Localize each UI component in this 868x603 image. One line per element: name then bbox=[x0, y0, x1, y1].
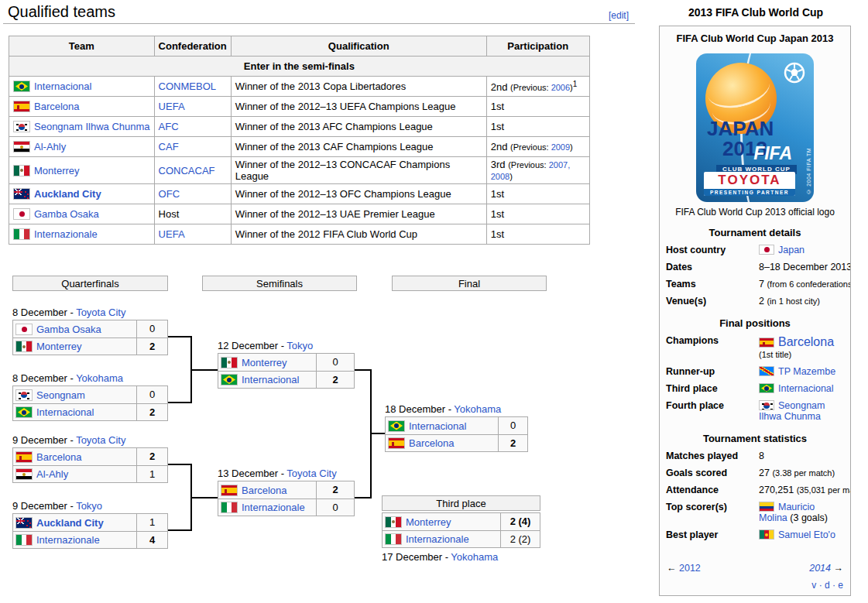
italy-flag-icon bbox=[221, 502, 238, 513]
confederation-link[interactable]: CAF bbox=[159, 141, 179, 152]
section-tournament-details: Tournament details bbox=[665, 227, 845, 238]
goals-note: (3.38 per match) bbox=[772, 468, 835, 478]
previous-year-link[interactable]: 2009 bbox=[551, 142, 570, 152]
team-link[interactable]: Internacional bbox=[242, 372, 299, 388]
champions-link[interactable]: Barcelona bbox=[778, 335, 834, 348]
score: 2 bbox=[499, 435, 527, 451]
venue-link[interactable]: Tokyo bbox=[286, 340, 313, 351]
egypt-flag-icon bbox=[13, 141, 30, 152]
table-row: Barcelona UEFA Winner of the 2012–13 UEF… bbox=[9, 97, 590, 117]
bracket-match-sf1: 12 December - Tokyo Monterrey0 Internaci… bbox=[218, 340, 355, 389]
venue-link[interactable]: Tokyo bbox=[76, 500, 102, 512]
article-page: Qualified teams [edit] Team Confederatio… bbox=[0, 0, 868, 603]
presenting-partner-text: PRESENTING PARTNER bbox=[704, 189, 795, 196]
infobox-row-matches: Matches played 8 bbox=[666, 451, 844, 461]
bracket-connector bbox=[355, 369, 372, 371]
confederation-link[interactable]: UEFA bbox=[159, 228, 185, 240]
team-link[interactable]: Internacional bbox=[409, 418, 466, 434]
venue-link[interactable]: Yokohama bbox=[454, 403, 501, 415]
qualification-text: Winner of the 2012–13 OFC Champions Leag… bbox=[231, 184, 486, 204]
left-arrow-icon: ← bbox=[667, 563, 677, 574]
soccer-ball-icon bbox=[783, 61, 806, 84]
team-link[interactable]: Auckland City bbox=[34, 188, 101, 200]
table-row: Internazionale UEFA Winner of the 2012 F… bbox=[9, 224, 590, 245]
team-link[interactable]: Barcelona bbox=[409, 435, 455, 451]
match-team-row: Monterrey2 bbox=[13, 337, 167, 355]
table-row: Seongnam Ilhwa Chunma AFC Winner of the … bbox=[9, 117, 590, 137]
match-date-text: 8 December - bbox=[12, 307, 76, 318]
venue-link[interactable]: Toyota City bbox=[76, 307, 125, 318]
table-row: Monterrey CONCACAF Winner of the 2012–13… bbox=[9, 157, 590, 184]
team-link[interactable]: Internacional bbox=[34, 81, 91, 92]
infobox-row-bestplayer: Best player Samuel Eto'o bbox=[666, 529, 844, 540]
row-label: Host country bbox=[666, 245, 759, 255]
venue-link[interactable]: Toyota City bbox=[286, 468, 336, 479]
infobox-row-teams: Teams 7 (from 6 confederations) bbox=[666, 279, 844, 290]
score: 2 bbox=[137, 448, 167, 465]
brazil-flag-icon bbox=[15, 406, 33, 418]
thirdplace-link[interactable]: Internacional bbox=[778, 383, 834, 394]
qualified-teams-table: Team Confederation Qualification Partici… bbox=[9, 36, 590, 245]
team-link[interactable]: Gamba Osaka bbox=[36, 321, 101, 337]
team-link[interactable]: Internazionale bbox=[406, 531, 469, 547]
match-team-row: Internazionale2 (2) bbox=[383, 530, 540, 547]
infobox-subtitle: FIFA Club World Cup Japan 2013 bbox=[665, 33, 845, 44]
team-link[interactable]: Seongnam Ilhwa Chunma bbox=[34, 121, 150, 132]
row-label: Goals scored bbox=[666, 468, 759, 478]
match-date: 8 December - Yokohama bbox=[12, 372, 168, 385]
participation-cell: 1st bbox=[486, 117, 589, 137]
confederation-link[interactable]: OFC bbox=[159, 188, 180, 200]
confederation-link[interactable]: UEFA bbox=[159, 101, 185, 112]
infobox: FIFA Club World Cup Japan 2013 JAPAN 201… bbox=[659, 26, 851, 596]
qualification-text: Winner of the 2013 CAF Champions League bbox=[231, 137, 486, 157]
qualification-text: Winner of the 2012–13 UAE Premier League bbox=[231, 204, 486, 224]
spain-flag-icon bbox=[759, 337, 774, 348]
team-link[interactable]: Internacional bbox=[36, 404, 94, 420]
team-link[interactable]: Monterrey bbox=[36, 338, 82, 355]
egypt-flag-icon bbox=[15, 468, 33, 480]
team-link[interactable]: Monterrey bbox=[406, 514, 451, 530]
rank: 1st bbox=[491, 208, 504, 220]
next-edition-link[interactable]: 2014 bbox=[809, 563, 831, 574]
rank: 3rd bbox=[491, 159, 506, 170]
round-header-semifinals: Semifinals bbox=[202, 276, 357, 291]
previous-edition-link[interactable]: 2012 bbox=[679, 563, 701, 574]
vde-links[interactable]: v · d · e bbox=[811, 580, 843, 591]
confederation-link[interactable]: CONCACAF bbox=[159, 165, 215, 176]
goals-count: 27 bbox=[759, 468, 772, 478]
team-link[interactable]: Seongnam bbox=[36, 387, 85, 403]
confederation-link[interactable]: AFC bbox=[159, 121, 179, 132]
match-date: 8 December - Toyota City bbox=[12, 307, 168, 319]
team-link[interactable]: Monterrey bbox=[242, 355, 287, 371]
host-country-link[interactable]: Japan bbox=[778, 245, 805, 255]
team-link[interactable]: Barcelona bbox=[34, 101, 80, 112]
team-link[interactable]: Al-Ahly bbox=[36, 466, 68, 482]
venue-link[interactable]: Yokohama bbox=[76, 372, 123, 384]
team-link[interactable]: Internazionale bbox=[34, 228, 98, 240]
venue-link[interactable]: Yokohama bbox=[451, 551, 498, 563]
venue-link[interactable]: Toyota City bbox=[76, 434, 125, 446]
team-link[interactable]: Internazionale bbox=[36, 532, 100, 548]
infobox-row-runnerup: Runner-up TP Mazembe bbox=[666, 366, 844, 377]
edit-link[interactable]: [edit] bbox=[609, 10, 629, 21]
bestplayer-link[interactable]: Samuel Eto'o bbox=[778, 529, 835, 540]
runnerup-link[interactable]: TP Mazembe bbox=[778, 366, 835, 377]
team-link[interactable]: Barcelona bbox=[242, 482, 287, 499]
spain-flag-icon bbox=[221, 485, 238, 496]
previous-year-link[interactable]: 2006 bbox=[551, 83, 570, 92]
qualification-text: Winner of the 2012–13 UEFA Champions Lea… bbox=[231, 97, 486, 117]
team-link[interactable]: Barcelona bbox=[36, 449, 82, 465]
team-link[interactable]: Gamba Osaka bbox=[34, 208, 99, 220]
section-heading: Qualified teams [edit] bbox=[3, 3, 635, 24]
subheader: Enter in the semi-finals bbox=[9, 57, 590, 77]
team-link[interactable]: Al-Ahly bbox=[34, 141, 66, 152]
participation-cell: 1st bbox=[486, 97, 589, 117]
confederation-link[interactable]: CONMEBOL bbox=[159, 81, 216, 92]
participation-cell: 2nd (Previous: 2006)1 bbox=[486, 77, 589, 97]
match-date-text: 13 December - bbox=[218, 468, 286, 479]
section-tournament-statistics: Tournament statistics bbox=[665, 433, 845, 444]
team-link[interactable]: Internazionale bbox=[242, 499, 305, 516]
venues-note: (in 1 host city) bbox=[767, 296, 819, 306]
team-link[interactable]: Auckland City bbox=[36, 515, 104, 531]
team-link[interactable]: Monterrey bbox=[34, 165, 80, 176]
